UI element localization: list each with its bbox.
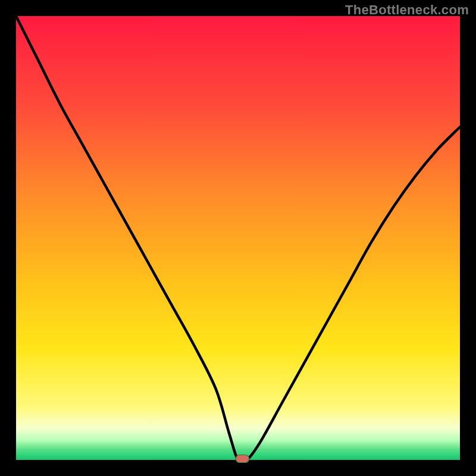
- bottleneck-chart-svg: [0, 0, 476, 476]
- chart-stage: TheBottleneck.com: [0, 0, 476, 476]
- min-marker: [236, 455, 249, 463]
- plot-background: [16, 16, 460, 460]
